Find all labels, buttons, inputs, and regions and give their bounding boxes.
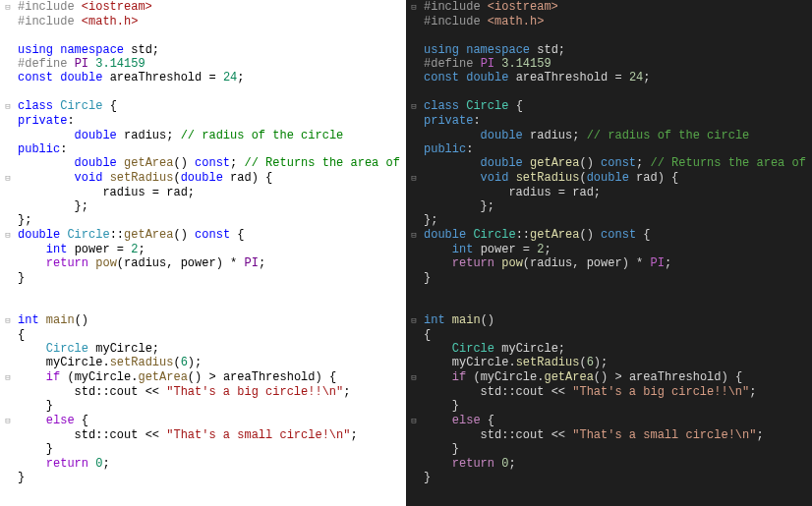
fold-gutter[interactable]: ⊟ [406, 414, 422, 428]
code-line[interactable] [406, 85, 812, 99]
code-text: { [16, 328, 406, 342]
code-line[interactable]: ⊟#include <iostream> [0, 0, 406, 15]
code-line[interactable]: { [0, 328, 406, 342]
fold-gutter[interactable]: ⊟ [406, 171, 422, 186]
code-line[interactable]: } [0, 399, 406, 413]
tok-cm_radius: // radius of the circle [587, 129, 750, 142]
fold-gutter [406, 428, 422, 442]
tok-str_big: "That's a big circle!!\n" [166, 385, 343, 399]
code-line[interactable]: #define PI 3.14159 [406, 57, 812, 71]
code-line[interactable]: return 0; [406, 457, 812, 471]
code-line[interactable] [406, 285, 812, 299]
code-line[interactable]: }; [0, 199, 406, 213]
code-line[interactable]: private: [406, 114, 812, 128]
code-line[interactable]: ⊟double Circle::getArea() const { [0, 228, 406, 243]
fold-gutter[interactable]: ⊟ [406, 228, 422, 243]
fold-gutter[interactable]: ⊟ [406, 370, 422, 385]
code-line[interactable]: ⊟class Circle { [406, 99, 812, 114]
code-text: #include <iostream> [16, 0, 406, 15]
code-line[interactable]: #include <math.h> [0, 15, 406, 28]
code-line[interactable]: const double areaThreshold = 24; [0, 71, 406, 84]
code-line[interactable]: } [0, 271, 406, 285]
code-pane-dark[interactable]: ⊟#include <iostream>#include <math.h>usi… [406, 0, 812, 506]
code-line[interactable]: double radius; // radius of the circle [0, 129, 406, 142]
fold-gutter [406, 457, 422, 471]
fold-gutter[interactable]: ⊟ [406, 0, 422, 15]
code-line[interactable]: { [406, 328, 812, 342]
tok-str_small: "That's a small circle!\n" [572, 428, 756, 442]
code-line[interactable]: radius = rad; [0, 186, 406, 199]
code-line[interactable]: } [406, 399, 812, 413]
fold-gutter[interactable]: ⊟ [0, 414, 16, 428]
code-line[interactable] [0, 285, 406, 299]
code-line[interactable]: }; [406, 213, 812, 227]
code-line[interactable]: int power = 2; [0, 243, 406, 256]
code-line[interactable] [0, 85, 406, 99]
code-line[interactable] [0, 29, 406, 43]
code-line[interactable]: myCircle.setRadius(6); [0, 356, 406, 369]
code-line[interactable]: public: [0, 142, 406, 156]
code-line[interactable]: double radius; // radius of the circle [406, 129, 812, 142]
fold-gutter[interactable]: ⊟ [406, 99, 422, 114]
code-line[interactable]: ⊟ if (myCircle.getArea() > areaThreshold… [0, 370, 406, 385]
code-line[interactable]: std::cout << "That's a small circle!\n"; [406, 428, 812, 442]
code-line[interactable]: ⊟ else { [0, 414, 406, 428]
code-line[interactable]: } [406, 471, 812, 484]
fold-gutter[interactable]: ⊟ [0, 99, 16, 114]
fold-gutter[interactable]: ⊟ [0, 228, 16, 243]
code-line[interactable]: ⊟int main() [0, 313, 406, 328]
code-line[interactable]: ⊟ if (myCircle.getArea() > areaThreshold… [406, 370, 812, 385]
code-line[interactable]: ⊟ else { [406, 414, 812, 428]
code-line[interactable]: } [406, 271, 812, 285]
code-line[interactable]: std::cout << "That's a small circle!\n"; [0, 428, 406, 442]
code-line[interactable]: ⊟int main() [406, 313, 812, 328]
code-text: using namespace std; [422, 43, 812, 57]
fold-gutter[interactable]: ⊟ [406, 313, 422, 328]
code-line[interactable]: int power = 2; [406, 243, 812, 256]
code-line[interactable]: return pow(radius, power) * PI; [0, 256, 406, 270]
code-line[interactable]: std::cout << "That's a big circle!!\n"; [406, 385, 812, 399]
code-line[interactable]: double getArea() const; // Returns the a… [406, 156, 812, 170]
fold-gutter[interactable]: ⊟ [0, 171, 16, 186]
tok-int: int [18, 313, 39, 327]
code-line[interactable]: public: [406, 142, 812, 156]
code-text: else { [422, 414, 812, 428]
code-line[interactable]: std::cout << "That's a big circle!!\n"; [0, 385, 406, 399]
fold-gutter[interactable]: ⊟ [0, 313, 16, 328]
code-text: int power = 2; [16, 243, 406, 256]
code-line[interactable]: } [0, 442, 406, 456]
code-line[interactable]: Circle myCircle; [406, 342, 812, 356]
code-line[interactable]: }; [0, 213, 406, 227]
code-line[interactable]: using namespace std; [406, 43, 812, 57]
code-line[interactable]: ⊟ void setRadius(double rad) { [406, 171, 812, 186]
fold-gutter[interactable]: ⊟ [0, 370, 16, 385]
code-line[interactable] [0, 299, 406, 312]
code-line[interactable]: ⊟ void setRadius(double rad) { [0, 171, 406, 186]
tok-radius: radius [102, 186, 145, 199]
code-text: #define PI 3.14159 [422, 57, 812, 71]
code-line[interactable]: ⊟#include <iostream> [406, 0, 812, 15]
tok-getArea: getArea [124, 228, 173, 242]
code-line[interactable]: } [406, 442, 812, 456]
code-line[interactable]: return 0; [0, 457, 406, 471]
fold-gutter[interactable]: ⊟ [0, 0, 16, 15]
code-line[interactable]: ⊟class Circle { [0, 99, 406, 114]
code-line[interactable]: radius = rad; [406, 186, 812, 199]
code-line[interactable] [406, 29, 812, 43]
code-line[interactable]: Circle myCircle; [0, 342, 406, 356]
code-text [422, 299, 812, 312]
code-line[interactable]: } [0, 471, 406, 484]
code-line[interactable]: #define PI 3.14159 [0, 57, 406, 71]
code-line[interactable]: }; [406, 199, 812, 213]
code-line[interactable]: double getArea() const; // Returns the a… [0, 156, 406, 170]
code-line[interactable]: const double areaThreshold = 24; [406, 71, 812, 84]
code-pane-light[interactable]: ⊟#include <iostream>#include <math.h>usi… [0, 0, 406, 506]
code-line[interactable]: myCircle.setRadius(6); [406, 356, 812, 369]
code-line[interactable]: return pow(radius, power) * PI; [406, 256, 812, 270]
code-line[interactable]: ⊟double Circle::getArea() const { [406, 228, 812, 243]
tok-void: void [481, 171, 509, 185]
code-line[interactable]: using namespace std; [0, 43, 406, 57]
code-line[interactable]: #include <math.h> [406, 15, 812, 28]
code-line[interactable]: private: [0, 114, 406, 128]
code-line[interactable] [406, 299, 812, 312]
